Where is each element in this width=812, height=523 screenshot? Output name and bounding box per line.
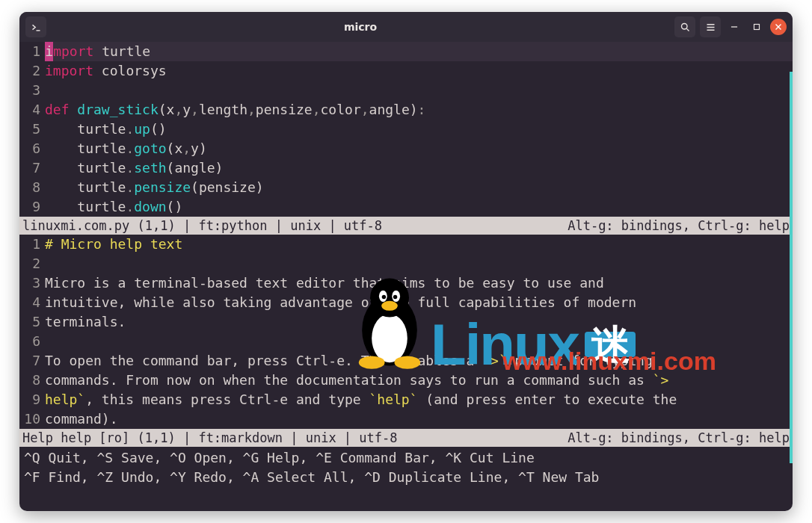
code-line[interactable]: turtle.down() xyxy=(45,197,793,217)
line-number: 3 xyxy=(19,273,40,293)
token: commands. From now on when the documenta… xyxy=(45,371,653,390)
token: y xyxy=(191,139,199,158)
token: color xyxy=(321,100,361,120)
pane-python: 123456789 import turtleimport colorsysde… xyxy=(19,42,793,235)
pane2-lines[interactable]: 12345678910 # Micro help textMicro is a … xyxy=(19,235,793,429)
code-line[interactable]: To open the command bar, press Ctrl-e. T… xyxy=(45,351,793,371)
close-icon[interactable] xyxy=(770,19,787,35)
token: (and press enter to execute the xyxy=(418,390,677,409)
token: ( xyxy=(167,139,175,158)
token: goto xyxy=(134,139,166,158)
token: To open the command bar, press Ctrl-e. T… xyxy=(45,351,482,371)
titlebar: micro xyxy=(19,12,793,42)
maximize-icon[interactable] xyxy=(748,18,766,36)
code-line[interactable]: import colorsys xyxy=(45,61,793,81)
token: , xyxy=(182,139,191,158)
line-number: 9 xyxy=(19,197,40,217)
token: angle xyxy=(174,158,215,178)
code-line[interactable]: turtle.seth(angle) xyxy=(45,158,793,178)
token: , xyxy=(313,100,321,120)
code-line[interactable]: turtle.pensize(pensize) xyxy=(45,178,793,197)
token: ) xyxy=(410,100,418,120)
token: . xyxy=(126,197,134,217)
pane-help: 12345678910 # Micro help textMicro is a … xyxy=(19,235,793,447)
code-line[interactable]: help`, this means press Ctrl-e and type … xyxy=(45,390,793,409)
token: turtle xyxy=(45,178,126,197)
code-line[interactable]: # Micro help text xyxy=(45,235,793,254)
token: turtle xyxy=(45,139,126,158)
pane1-status-left: linuxmi.com.py (1,1) | ft:python | unix … xyxy=(22,217,382,235)
token: down xyxy=(134,197,166,217)
token: y xyxy=(182,100,191,120)
pane2-code[interactable]: # Micro help textMicro is a terminal-bas… xyxy=(45,235,793,429)
code-line[interactable]: commands. From now on when the documenta… xyxy=(45,371,793,390)
token: intuitive, while also taking advantage o… xyxy=(45,293,636,312)
token: length xyxy=(199,100,247,120)
line-number: 7 xyxy=(19,158,40,178)
token: , xyxy=(191,100,199,120)
pane1-statusbar: linuxmi.com.py (1,1) | ft:python | unix … xyxy=(19,217,793,235)
minimize-icon[interactable] xyxy=(725,18,743,36)
application-window: micro 123456789 import turtle xyxy=(19,12,793,511)
code-line[interactable]: intuitive, while also taking advantage o… xyxy=(45,293,793,312)
token: turtle xyxy=(45,158,126,178)
editor-area: 123456789 import turtleimport colorsysde… xyxy=(19,42,793,511)
line-number: 9 xyxy=(19,390,40,409)
pane2-status-right: Alt-g: bindings, Ctrl-g: help xyxy=(568,429,790,447)
line-number: 1 xyxy=(19,42,40,61)
svg-rect-1 xyxy=(754,25,760,30)
window-title: micro xyxy=(46,17,674,37)
line-number: 1 xyxy=(19,235,40,254)
token: , xyxy=(247,100,256,120)
token: : xyxy=(418,100,426,120)
token: `> xyxy=(653,371,669,390)
line-number: 2 xyxy=(19,61,40,81)
token: . xyxy=(126,158,134,178)
line-number: 7 xyxy=(19,351,40,371)
code-line[interactable] xyxy=(45,332,793,351)
footer-line-1: ^Q Quit, ^S Save, ^O Open, ^G Help, ^E C… xyxy=(24,448,788,468)
code-line[interactable]: terminals. xyxy=(45,312,793,332)
line-number: 5 xyxy=(19,120,40,139)
code-line[interactable]: turtle.up() xyxy=(45,120,793,139)
pane2-status-left: Help help [ro] (1,1) | ft:markdown | uni… xyxy=(22,429,398,447)
line-number: 6 xyxy=(19,332,40,351)
code-line[interactable]: turtle.goto(x,y) xyxy=(45,139,793,158)
token: ( xyxy=(159,100,167,120)
token: `>` xyxy=(482,351,507,371)
token: def xyxy=(45,100,77,120)
line-number: 2 xyxy=(19,254,40,273)
token: pensize xyxy=(134,178,191,197)
token: `help` xyxy=(369,390,417,409)
pane1-code[interactable]: import turtleimport colorsysdef draw_sti… xyxy=(45,42,793,217)
token: help` xyxy=(45,390,85,409)
token: x xyxy=(167,100,175,120)
pane2-statusbar: Help help [ro] (1,1) | ft:markdown | uni… xyxy=(19,429,793,447)
code-line[interactable] xyxy=(45,254,793,273)
token: , this means press Ctrl-e and type xyxy=(85,390,369,409)
token: x xyxy=(174,139,182,158)
search-icon[interactable] xyxy=(674,16,695,37)
token: import xyxy=(45,61,93,81)
pane1-lines[interactable]: 123456789 import turtleimport colorsysde… xyxy=(19,42,793,217)
token: terminals. xyxy=(45,312,126,332)
line-number: 8 xyxy=(19,371,40,390)
token: turtle xyxy=(45,120,126,139)
token: ) xyxy=(199,139,207,158)
token: () xyxy=(150,120,167,139)
code-line[interactable]: def draw_stick(x,y,length,pensize,color,… xyxy=(45,100,793,120)
hamburger-icon[interactable] xyxy=(700,16,721,37)
token: . xyxy=(126,178,134,197)
token: Micro is a terminal-based text editor th… xyxy=(45,273,604,293)
scrollbar-indicator[interactable] xyxy=(790,72,793,463)
terminal-icon[interactable] xyxy=(25,16,46,37)
code-line[interactable]: Micro is a terminal-based text editor th… xyxy=(45,273,793,293)
code-line[interactable]: command). xyxy=(45,409,793,429)
pane1-gutter: 123456789 xyxy=(19,42,45,217)
line-number: 8 xyxy=(19,178,40,197)
token: prompt for typing xyxy=(507,351,653,371)
token: pensize xyxy=(199,178,256,197)
code-line[interactable]: import turtle xyxy=(45,42,793,61)
line-number: 6 xyxy=(19,139,40,158)
code-line[interactable] xyxy=(45,81,793,100)
